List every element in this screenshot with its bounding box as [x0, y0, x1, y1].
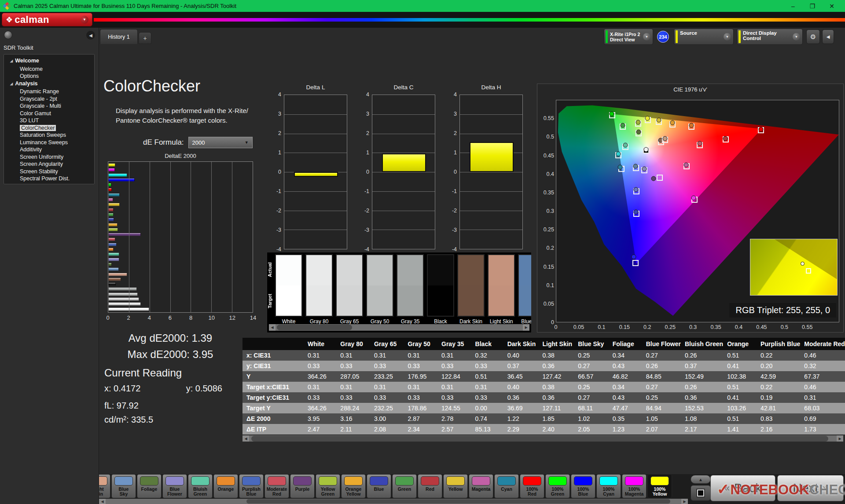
patch-button-light-skin[interactable]: LightSkin	[99, 474, 110, 498]
scroll-left-icon[interactable]: ◀	[269, 324, 276, 331]
patch-scrollbar[interactable]: ◀ ▶	[99, 499, 688, 504]
patch-button-red[interactable]: Red	[418, 474, 442, 498]
minimize-button[interactable]: –	[783, 3, 803, 10]
sidebar-item-luminance-sweeps[interactable]: Luminance Sweeps	[4, 139, 94, 146]
sidebar-item-spectral-power-dist[interactable]: Spectral Power Dist.	[4, 175, 94, 183]
cie-measured-100-green	[610, 112, 614, 117]
next-button[interactable]: Next »	[777, 475, 844, 501]
gridline	[372, 191, 435, 192]
patch-label: BlueFlower	[167, 487, 182, 497]
sidebar-collapse-button[interactable]: ◀	[86, 31, 95, 40]
scroll-right-icon[interactable]: ▶	[523, 324, 529, 331]
scroll-left-icon[interactable]: ◀	[242, 435, 249, 442]
scroll-right-icon[interactable]: ▶	[837, 435, 843, 442]
swatch-name: Gray 80	[305, 318, 333, 325]
de-formula-select[interactable]: 2000 ▼	[188, 137, 253, 148]
swatch-scrollbar[interactable]: ◀ ▶	[269, 324, 529, 331]
patch-button-orange[interactable]: Orange	[213, 474, 238, 498]
display-control-caret[interactable]: ▼	[793, 33, 800, 40]
sidebar-item-grayscale-2pt[interactable]: Grayscale - 2pt	[4, 95, 94, 103]
patch-button-100-blue[interactable]: 100%Blue	[571, 474, 595, 498]
cie-panel: CIE 1976 u'v' RGB Triplet: 255, 255, 0 0…	[537, 84, 844, 332]
meter-dropdown[interactable]: X-Rite i1Pro 2 Direct View ▼	[604, 29, 653, 45]
restore-button[interactable]: ❐	[803, 3, 822, 10]
meter-count-badge[interactable]: 234	[657, 31, 669, 43]
tree-expander-icon[interactable]: ◢	[10, 80, 13, 88]
sidebar-item-screen-stability[interactable]: Screen Stability	[4, 168, 94, 175]
sidebar-item-analysis[interactable]: ◢Analysis	[4, 80, 94, 88]
source-caret[interactable]: ▼	[724, 33, 731, 40]
patch-button-bluish-green[interactable]: BluishGreen	[188, 474, 213, 498]
stop-measure-button[interactable]	[691, 485, 711, 501]
workflow-status-icon[interactable]	[4, 31, 12, 39]
strip-collapse-button[interactable]: ▲	[691, 475, 711, 484]
tick-label: 0	[106, 314, 109, 321]
back-button[interactable]: « Back	[710, 475, 775, 501]
target-label: Target	[267, 285, 274, 317]
patch-button-orange-yellow[interactable]: OrangeYellow	[341, 474, 366, 498]
sidebar-item-welcome[interactable]: Welcome	[4, 66, 94, 73]
meter-caret[interactable]: ▼	[643, 33, 650, 40]
close-button[interactable]: ✕	[822, 3, 841, 10]
swatch-patch	[305, 254, 333, 317]
cell: 0.33	[471, 361, 503, 371]
patch-button-magenta[interactable]: Magenta	[469, 474, 493, 498]
col-header-gray-35: Gray 35	[437, 338, 471, 350]
sidebar-item-dynamic-range[interactable]: Dynamic Range	[4, 88, 94, 95]
patch-button-purple[interactable]: Purple	[290, 474, 315, 498]
sidebar-item-options[interactable]: Options	[4, 73, 94, 80]
patch-label: 100%Yellow	[653, 487, 667, 497]
tree-expander-icon[interactable]: ◢	[10, 58, 13, 65]
patch-button-cyan[interactable]: Cyan	[494, 474, 519, 498]
table-scrollbar[interactable]: ◀ ▶	[242, 435, 843, 442]
patch-button-100-magenta[interactable]: 100%Magenta	[622, 474, 647, 498]
patch-button-100-green[interactable]: 100%Green	[545, 474, 570, 498]
scroll-right-icon[interactable]: ▶	[681, 499, 688, 504]
panel-collapse-button[interactable]: ◀	[822, 29, 834, 44]
scrollbar-thumb[interactable]	[251, 436, 828, 442]
sidebar-item-color-gamut[interactable]: Color Gamut	[4, 110, 94, 117]
calman-menu-button[interactable]: ❖ calman ▼	[2, 13, 92, 26]
deltae-chart-title: DeltaE 2000	[108, 153, 253, 159]
patch-button-blue-flower[interactable]: BlueFlower	[162, 474, 187, 498]
sidebar-item-screen-uniformity[interactable]: Screen Uniformity	[4, 153, 94, 161]
sidebar-item-saturation-sweeps[interactable]: Saturation Sweeps	[4, 131, 94, 139]
tab-history-1[interactable]: History 1	[100, 29, 138, 44]
sidebar-item-welcome[interactable]: ◢Welcome	[4, 57, 94, 66]
patch-button-purplish-blue[interactable]: PurplishBlue	[239, 474, 264, 498]
patch-button-100-cyan[interactable]: 100%Cyan	[596, 474, 621, 498]
patch-button-100-red[interactable]: 100%Red	[520, 474, 544, 498]
sidebar-item-additivity[interactable]: Additivity	[4, 146, 94, 153]
patch-button-yellow-green[interactable]: YellowGreen	[316, 474, 340, 498]
patch-button-green[interactable]: Green	[392, 474, 417, 498]
table-corner-cell	[242, 338, 304, 350]
tick-label: 0	[539, 319, 554, 325]
patch-button-moderate-red[interactable]: ModerateRed	[265, 474, 289, 498]
patch-button-foliage[interactable]: Foliage	[137, 474, 162, 498]
tick-label: 0.55	[539, 115, 554, 121]
tick-label: 0.25	[539, 226, 554, 233]
source-dropdown[interactable]: Source ▼	[674, 29, 734, 45]
sidebar-item-3d-lut[interactable]: 3D LUT	[4, 117, 94, 124]
settings-button[interactable]: ⚙	[806, 29, 820, 44]
sidebar-item-screen-angularity[interactable]: Screen Angularity	[4, 161, 94, 168]
cie-measured-moderate-red	[698, 141, 702, 146]
add-tab-button[interactable]: +	[139, 32, 151, 44]
patch-button-blue-sky[interactable]: BlueSky	[111, 474, 136, 498]
swatch-target	[276, 285, 301, 316]
sidebar-item-colorchecker[interactable]: ColorChecker	[4, 124, 94, 132]
patch-swatch	[217, 476, 235, 486]
sidebar-item-grayscale-multi[interactable]: Grayscale - Multi	[4, 102, 94, 110]
swatch-target	[458, 285, 484, 316]
cell: 0.46	[800, 382, 845, 392]
gridline	[372, 172, 435, 172]
scroll-left-icon[interactable]: ◀	[99, 499, 106, 504]
patch-button-100-yellow[interactable]: 100%Yellow	[647, 474, 672, 498]
scrollbar-thumb[interactable]	[246, 499, 670, 504]
patch-button-blue[interactable]: Blue	[367, 474, 391, 498]
display-control-dropdown[interactable]: Direct Display Control ▼	[737, 29, 803, 45]
patch-swatch	[421, 476, 439, 486]
patch-button-yellow[interactable]: Yellow	[443, 474, 468, 498]
calman-menu-caret[interactable]: ▼	[81, 16, 88, 24]
scrollbar-thumb[interactable]	[277, 325, 353, 330]
